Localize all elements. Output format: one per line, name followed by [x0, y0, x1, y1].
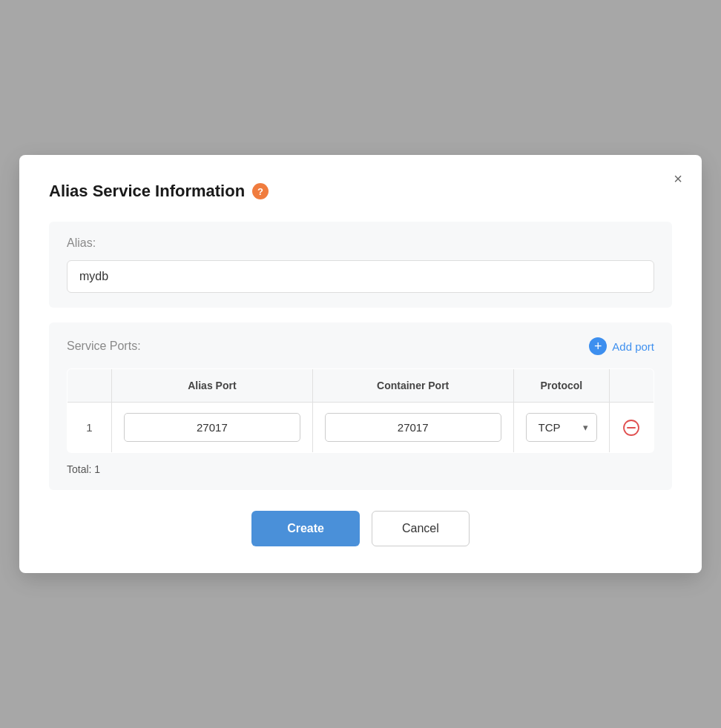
close-button[interactable]: ×	[671, 168, 685, 189]
row-number: 1	[68, 403, 112, 453]
minus-circle-icon	[623, 420, 639, 436]
col-header-protocol: Protocol	[513, 369, 609, 403]
help-icon[interactable]: ?	[252, 183, 269, 199]
service-ports-header: Service Ports: + Add port	[67, 337, 654, 355]
modal-dialog: × Alias Service Information ? Alias: Ser…	[19, 155, 702, 573]
table-body: 1 TCP UDP	[68, 403, 654, 453]
add-port-icon: +	[589, 337, 607, 355]
modal-footer: Create Cancel	[49, 511, 672, 546]
total-text: Total: 1	[67, 463, 654, 475]
add-port-label: Add port	[612, 340, 654, 353]
col-header-num	[68, 369, 112, 403]
alias-port-input[interactable]	[124, 413, 300, 442]
alias-port-cell	[112, 403, 313, 453]
add-port-button[interactable]: + Add port	[589, 337, 654, 355]
protocol-select[interactable]: TCP UDP	[526, 413, 597, 442]
container-port-cell	[312, 403, 513, 453]
service-ports-section: Service Ports: + Add port Alias Port Con…	[49, 322, 672, 490]
remove-row-button[interactable]	[622, 418, 641, 437]
col-header-container-port: Container Port	[312, 369, 513, 403]
col-header-actions	[610, 369, 654, 403]
alias-label: Alias:	[67, 236, 654, 250]
modal-title-row: Alias Service Information ?	[49, 182, 672, 201]
protocol-cell: TCP UDP ▾	[513, 403, 609, 453]
alias-input[interactable]	[67, 260, 654, 293]
ports-table: Alias Port Container Port Protocol 1	[67, 368, 654, 453]
modal-overlay: × Alias Service Information ? Alias: Ser…	[0, 0, 721, 728]
alias-section: Alias:	[49, 222, 672, 308]
modal-title: Alias Service Information	[49, 182, 245, 201]
col-header-alias-port: Alias Port	[112, 369, 313, 403]
create-button[interactable]: Create	[251, 511, 360, 546]
remove-cell	[610, 403, 654, 453]
protocol-select-wrapper: TCP UDP ▾	[526, 413, 597, 442]
service-ports-label: Service Ports:	[67, 340, 141, 353]
cancel-button[interactable]: Cancel	[372, 511, 470, 546]
table-header: Alias Port Container Port Protocol	[68, 369, 654, 403]
table-row: 1 TCP UDP	[68, 403, 654, 453]
container-port-input[interactable]	[325, 413, 501, 442]
